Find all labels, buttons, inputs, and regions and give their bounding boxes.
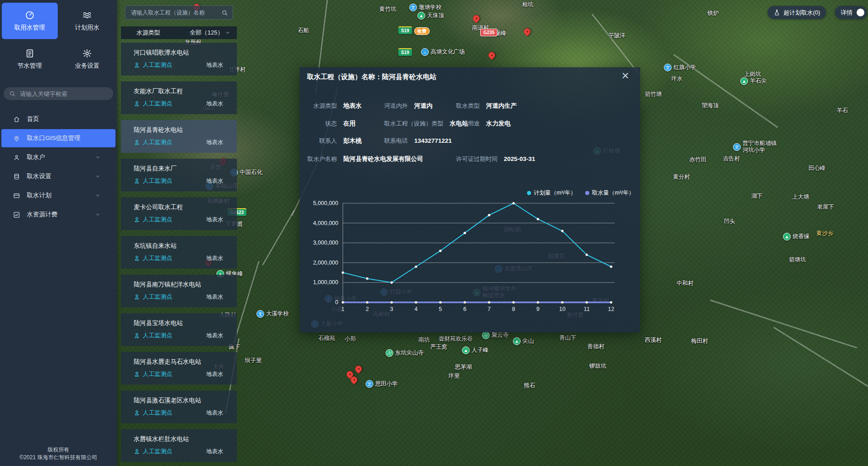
- list-item[interactable]: 陆河县南万镇杞洋水电站 人工监测点 地表水: [121, 275, 237, 307]
- list-item[interactable]: 陆河县激石溪老区水电站 人工监测点 地表水: [121, 391, 237, 423]
- list-item[interactable]: 河口镇唱歌潭水电站 人工监测点 地表水: [121, 43, 237, 75]
- field-value: 在用: [343, 120, 356, 128]
- list-item[interactable]: 陆河县水唇走马石水电站 人工监测点 地表水: [121, 352, 237, 385]
- map-label: 中和村: [677, 280, 694, 287]
- plan-vs-intake-chart: 01,000,0002,000,0003,000,0004,000,0005,0…: [300, 198, 640, 321]
- field-value: 2025-03-31: [504, 155, 535, 162]
- station-list-panel: 水源类型 全部（125） 河口镇唱歌潭水电站 人工监测点 地表水 友能水厂取水工…: [121, 0, 237, 466]
- search-icon[interactable]: [221, 10, 228, 16]
- map-label-text: 黄沙乡: [816, 230, 833, 237]
- toggle-knob[interactable]: [857, 9, 864, 16]
- field-value: 地表水: [343, 102, 362, 110]
- map-label-text: 人子峰: [472, 347, 489, 354]
- poi-green-icon: ▲: [783, 233, 791, 241]
- svg-text:6: 6: [463, 306, 467, 312]
- poi-blue-icon: 文: [664, 64, 672, 71]
- map-label: 思茅湖: [455, 364, 472, 371]
- list-item[interactable]: 陆河县宝塔水电站 人工监测点 地表水: [121, 313, 237, 346]
- map-label-text: 中和村: [677, 280, 694, 287]
- station-search[interactable]: [125, 5, 233, 20]
- station-name: 陆河县自来水厂: [134, 165, 229, 173]
- module-gear[interactable]: 业务设置: [60, 41, 115, 77]
- map-label-text: 红旗小学: [673, 64, 696, 71]
- map-label-text: 羊石: [837, 107, 848, 114]
- station-name: 麦卡公司取水工程: [134, 203, 229, 211]
- map-label: 善德村: [587, 343, 605, 350]
- sidebar-item-pin[interactable]: 取水口GIS信息管理: [1, 129, 115, 147]
- gauge-icon: [25, 10, 35, 20]
- list-item[interactable]: 水唇镇水栏肚水电站 人工监测点 地表水: [121, 429, 237, 462]
- field-label: 许可证过期时间: [456, 155, 497, 163]
- sidebar-item-home[interactable]: 首页: [1, 110, 115, 128]
- sidebar-item-db[interactable]: 取水设置: [1, 167, 115, 185]
- dialog-field-row: 取水户名称 陆河县青砼水电发展有限公司许可证过期时间 2025-03-31: [300, 155, 640, 164]
- map-marker-red-pin[interactable]: [354, 364, 363, 374]
- map-label: 坝子里: [245, 357, 262, 364]
- source-type-filter[interactable]: 水源类型 全部（125）: [121, 26, 237, 39]
- map-label: 黄沙乡: [816, 230, 833, 237]
- map-label-text: 相坑: [522, 1, 533, 8]
- legend-intake-dot: [585, 191, 589, 195]
- field-pair: 取水工程（设施）类型 水电站: [384, 120, 468, 128]
- sidebar-item-chart[interactable]: 水资源计费: [1, 205, 115, 224]
- module-grid: 取用水管理 计划用水 节水管理 业务设置: [0, 0, 117, 82]
- map-label-text: 普宁市船埔镇河坑小学: [743, 140, 777, 154]
- list-item[interactable]: 麦卡公司取水工程 人工监测点 地表水: [121, 197, 237, 230]
- svg-text:3: 3: [390, 306, 393, 312]
- sidebar-search[interactable]: [4, 87, 113, 100]
- list-item[interactable]: 东坑镇自来水站 人工监测点 地表水: [121, 236, 237, 269]
- map-label-text: 田心嶂: [808, 165, 826, 172]
- field-label: 取水户名称: [300, 155, 337, 163]
- list-item[interactable]: 陆河县自来水厂 人工监测点 地表水: [121, 159, 237, 191]
- field-label: 联系电话: [384, 137, 408, 145]
- map-label: ▲烧香缘: [783, 233, 810, 241]
- field-label: 水源类型: [300, 102, 337, 110]
- poi-green-icon: 卍: [386, 349, 393, 357]
- person-icon: [134, 255, 140, 261]
- svg-text:5,000,000: 5,000,000: [313, 200, 338, 206]
- over-plan-intake-button[interactable]: 超计划取水(0): [768, 6, 826, 19]
- module-doc[interactable]: 节水管理: [2, 41, 58, 77]
- map-label: 南坊: [418, 336, 430, 343]
- svg-text:2,000,000: 2,000,000: [313, 260, 338, 266]
- map-label-text: 赤竹田: [689, 156, 707, 163]
- person-icon: [134, 139, 140, 145]
- close-icon[interactable]: ✕: [621, 71, 629, 80]
- filter-value-dropdown[interactable]: 全部（125）: [190, 29, 231, 37]
- list-item[interactable]: 陆河县青砼水电站 人工监测点 地表水: [121, 120, 237, 153]
- list-item[interactable]: 友能水厂取水工程 人工监测点 地表水: [121, 81, 237, 114]
- detail-toggle[interactable]: 详情: [835, 6, 867, 19]
- home-icon: [13, 116, 20, 123]
- map-label-text: 羊石尖: [750, 78, 767, 85]
- road-badge: 收费: [414, 27, 430, 35]
- monitor-type: 人工监测点: [143, 293, 172, 301]
- poi-blue-icon: 文: [733, 143, 741, 151]
- map-marker-red-pin[interactable]: [487, 50, 497, 60]
- field-label: 联系人: [300, 137, 337, 145]
- module-waves[interactable]: 计划用水: [60, 3, 115, 39]
- person-icon: [134, 448, 140, 455]
- sidebar-item-user[interactable]: 取水户: [1, 148, 115, 166]
- map-label: 老屋下: [817, 204, 834, 210]
- filter-label: 水源类型: [136, 29, 160, 37]
- module-gauge[interactable]: 取用水管理: [2, 3, 58, 39]
- module-label: 业务设置: [75, 62, 100, 70]
- map-road: [262, 210, 295, 266]
- map-label: ▲天珠顶: [417, 12, 444, 20]
- field-value: 河道内: [414, 102, 433, 110]
- station-search-input[interactable]: [130, 9, 218, 16]
- map-marker-red-pin[interactable]: [472, 14, 481, 23]
- station-name: 陆河县宝塔水电站: [134, 319, 229, 327]
- map-label: 铁炉: [707, 10, 719, 17]
- station-list: 河口镇唱歌潭水电站 人工监测点 地表水 友能水厂取水工程 人工监测点 地表水 陆…: [121, 43, 237, 462]
- map-label-text: 石船: [298, 27, 309, 34]
- map-label: 锣鼓坑: [589, 363, 607, 370]
- map-marker-red-pin[interactable]: [522, 27, 532, 36]
- sidebar-search-input[interactable]: [19, 90, 108, 98]
- sidebar-item-card[interactable]: 取水计划: [1, 186, 115, 205]
- map-label: ▲人子峰: [462, 346, 489, 354]
- map-label: 箭竹塘: [645, 91, 662, 98]
- map-label: 石榴苑: [318, 335, 336, 342]
- map-label: ⌂高塘文化广场: [421, 48, 465, 56]
- svg-text:11: 11: [584, 306, 590, 312]
